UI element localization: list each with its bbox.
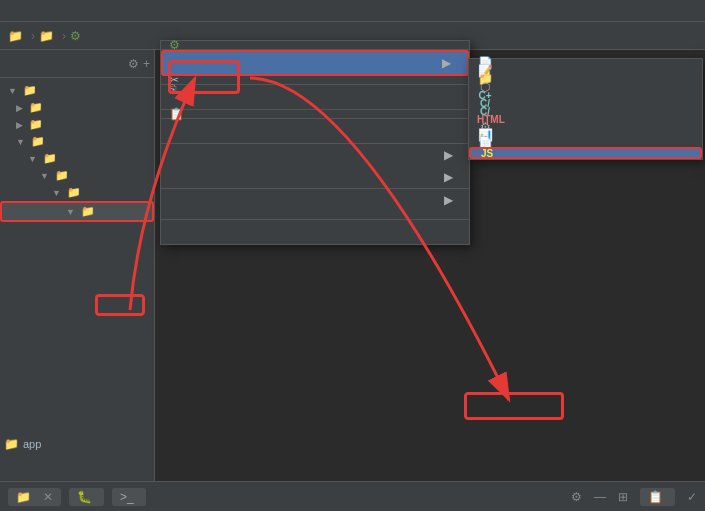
sidebar-tree: ▼ 📁 ▶ 📁 ▶ 📁 ▼ 📁 ▼ 📁 [0,78,154,226]
menu-item-add-favorites[interactable]: ▶ [161,189,469,211]
menu-item-replace-in-path[interactable] [161,135,469,144]
menu-item-new[interactable]: ▶ [161,50,469,76]
grid-icon[interactable]: ⊞ [618,490,628,504]
submenu-cpp-class[interactable]: C+ [469,91,702,99]
menu-item-paste[interactable]: 📋 [161,110,469,119]
submenu-resource-bundle[interactable]: 📊 [469,131,702,139]
menu-item-find-in-path[interactable] [161,127,469,135]
menu-edit[interactable] [4,9,20,13]
menu-item-find-usages[interactable] [161,119,469,127]
menu-tools[interactable] [132,9,148,13]
menu-run[interactable] [116,9,132,13]
submenu-editorconfig[interactable]: ⚙ [469,123,702,131]
console-icon: >_ [120,490,134,504]
menu-vcs[interactable] [148,9,164,13]
analyze-arrow-icon: ▶ [444,148,453,162]
favorites-arrow-icon: ▶ [444,193,453,207]
tree-main[interactable]: ▼ 📁 [0,150,154,167]
submenu-svg-xml[interactable]: ⬡ [469,83,702,91]
tab-entry[interactable]: 📁 ✕ [8,488,61,506]
refactor-arrow-icon: ▶ [444,170,453,184]
tab-event-log[interactable]: 📋 [640,488,675,506]
event-log-icon: 📋 [648,490,663,504]
context-menu: ⚙ ▶ ✂ ⎘ 📋 ▶ [160,40,470,245]
menu-item-copy[interactable]: ⎘ [161,85,469,93]
bottom-bar: 📁 ✕ 🐛 >_ ⚙ — ⊞ 📋 ✓ [0,481,705,511]
menu-build[interactable] [100,9,116,13]
menu-view[interactable] [20,9,36,13]
sidebar-add-icon[interactable]: + [143,57,150,71]
menu-item-reformat[interactable] [161,220,469,228]
menu-bar [0,0,705,22]
menu-item-optimize[interactable] [161,228,469,236]
submenu-html-file[interactable]: HTML [469,115,702,123]
tab-console[interactable]: >_ [112,488,146,506]
submenu-cpp-source[interactable]: C/ [469,99,702,107]
breadcrumb-code-check-icon: ⚙ [70,29,81,43]
sidebar-settings-icon[interactable]: ⚙ [128,57,139,71]
tree-build[interactable]: ▶ 📁 [0,99,154,116]
check-icon[interactable]: ✓ [687,490,697,504]
submenu-scratch-file[interactable]: 📝 [469,67,702,75]
menu-help[interactable] [180,9,196,13]
tree-src[interactable]: ▼ 📁 [0,133,154,150]
tree-default[interactable]: ▼ 📁 [0,184,154,201]
menu-code[interactable] [52,9,68,13]
tab-debugger[interactable]: 🐛 [69,488,104,506]
entry-tab-icon: 📁 [16,490,31,504]
minimize-icon[interactable]: — [594,490,606,504]
menu-item-copy-path[interactable] [161,93,469,101]
tree-js[interactable]: ▼ 📁 [0,167,154,184]
menu-item-copy-rel-path[interactable] [161,101,469,110]
submenu-file[interactable]: 📄 [469,59,702,67]
menu-item-code-check[interactable]: ⚙ [161,41,469,50]
menu-analyze[interactable] [68,9,84,13]
menu-item-analyze[interactable]: ▶ [161,144,469,166]
menu-window[interactable] [164,9,180,13]
submenu-js-page[interactable]: JS [469,147,702,159]
tree-pag[interactable]: ▼ 📁 [0,201,154,222]
new-arrow-icon: ▶ [442,56,451,70]
close-icon[interactable]: ✕ [43,490,53,504]
submenu-idl-file[interactable]: 📄 [469,139,702,147]
js-page-icon: JS [479,148,495,159]
menu-item-show-thumbnails[interactable] [161,211,469,220]
menu-item-delete[interactable] [161,236,469,244]
menu-item-refactor[interactable]: ▶ [161,166,469,189]
sidebar: ⚙ + ▼ 📁 ▶ 📁 ▶ 📁 ▼ 📁 [0,50,155,481]
menu-refactor[interactable] [84,9,100,13]
tree-entry[interactable]: ▼ 📁 [0,82,154,99]
tree-node-modules[interactable]: ▶ 📁 [0,116,154,133]
menu-item-cut[interactable]: ✂ [161,76,469,85]
debugger-icon: 🐛 [77,490,92,504]
submenu-directory[interactable]: 📁 [469,75,702,83]
submenu-new: 📄 📝 📁 ⬡ C+ C/ C/ HTML ⚙ 📊 📄 [468,58,703,160]
settings-icon[interactable]: ⚙ [571,490,582,504]
sidebar-toolbar: ⚙ + [0,50,154,78]
menu-navigate[interactable] [36,9,52,13]
